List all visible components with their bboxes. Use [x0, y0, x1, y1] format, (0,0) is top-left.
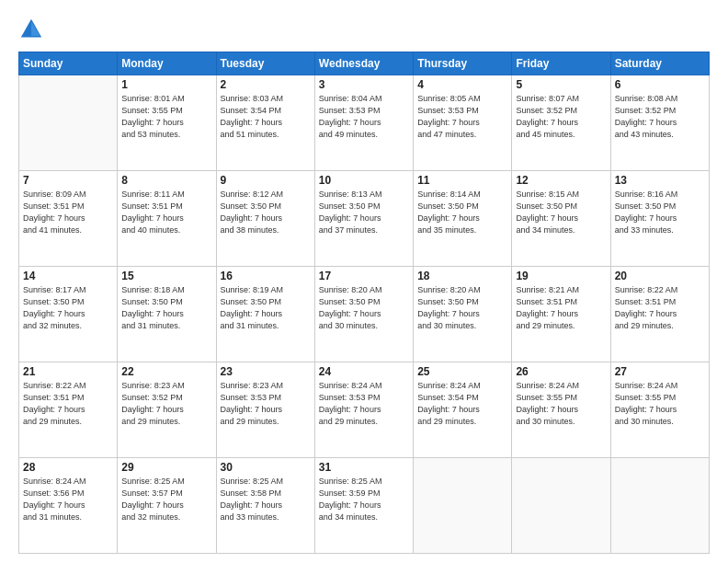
- day-number: 20: [615, 270, 705, 282]
- weekday-monday: Monday: [118, 52, 216, 75]
- calendar-cell: 2Sunrise: 8:03 AM Sunset: 3:54 PM Daylig…: [216, 75, 314, 171]
- calendar-week-row: 14Sunrise: 8:17 AM Sunset: 3:50 PM Dayli…: [19, 267, 710, 362]
- day-number: 26: [516, 365, 606, 378]
- day-info: Sunrise: 8:24 AM Sunset: 3:55 PM Dayligh…: [615, 380, 705, 428]
- calendar-cell: 4Sunrise: 8:05 AM Sunset: 3:53 PM Daylig…: [414, 75, 512, 171]
- day-number: 8: [121, 174, 211, 187]
- day-number: 2: [221, 78, 311, 91]
- day-info: Sunrise: 8:11 AM Sunset: 3:51 PM Dayligh…: [121, 189, 211, 236]
- weekday-saturday: Saturday: [610, 52, 709, 75]
- day-info: Sunrise: 8:24 AM Sunset: 3:55 PM Dayligh…: [516, 380, 606, 428]
- day-number: 18: [417, 270, 507, 282]
- calendar-cell: 17Sunrise: 8:20 AM Sunset: 3:50 PM Dayli…: [314, 267, 413, 362]
- day-info: Sunrise: 8:20 AM Sunset: 3:50 PM Dayligh…: [319, 284, 409, 332]
- calendar-cell: 29Sunrise: 8:25 AM Sunset: 3:57 PM Dayli…: [118, 458, 216, 554]
- day-number: 16: [221, 270, 311, 282]
- day-info: Sunrise: 8:18 AM Sunset: 3:50 PM Dayligh…: [121, 284, 211, 332]
- day-number: 14: [23, 270, 113, 282]
- calendar-week-row: 1Sunrise: 8:01 AM Sunset: 3:55 PM Daylig…: [19, 75, 710, 171]
- day-number: 10: [319, 174, 409, 187]
- day-info: Sunrise: 8:20 AM Sunset: 3:50 PM Dayligh…: [417, 284, 507, 332]
- calendar-cell: 5Sunrise: 8:07 AM Sunset: 3:52 PM Daylig…: [512, 75, 610, 171]
- logo: [18, 17, 48, 42]
- calendar-cell: 23Sunrise: 8:23 AM Sunset: 3:53 PM Dayli…: [216, 362, 314, 458]
- day-info: Sunrise: 8:23 AM Sunset: 3:53 PM Dayligh…: [221, 380, 311, 428]
- weekday-header-row: SundayMondayTuesdayWednesdayThursdayFrid…: [19, 52, 710, 75]
- day-info: Sunrise: 8:22 AM Sunset: 3:51 PM Dayligh…: [615, 284, 705, 332]
- day-number: 3: [319, 78, 409, 91]
- calendar-week-row: 28Sunrise: 8:24 AM Sunset: 3:56 PM Dayli…: [19, 458, 710, 554]
- day-info: Sunrise: 8:09 AM Sunset: 3:51 PM Dayligh…: [23, 189, 113, 236]
- day-number: 1: [121, 78, 211, 91]
- day-number: 4: [417, 78, 507, 91]
- calendar-cell: [512, 458, 610, 554]
- calendar-cell: 15Sunrise: 8:18 AM Sunset: 3:50 PM Dayli…: [118, 267, 216, 362]
- calendar-cell: 11Sunrise: 8:14 AM Sunset: 3:50 PM Dayli…: [414, 171, 512, 267]
- day-info: Sunrise: 8:05 AM Sunset: 3:53 PM Dayligh…: [417, 93, 507, 141]
- day-info: Sunrise: 8:12 AM Sunset: 3:50 PM Dayligh…: [221, 189, 311, 236]
- calendar-cell: [19, 75, 118, 171]
- day-info: Sunrise: 8:15 AM Sunset: 3:50 PM Dayligh…: [516, 189, 606, 236]
- calendar-cell: 8Sunrise: 8:11 AM Sunset: 3:51 PM Daylig…: [118, 171, 216, 267]
- day-number: 23: [221, 365, 311, 378]
- day-info: Sunrise: 8:22 AM Sunset: 3:51 PM Dayligh…: [23, 380, 113, 428]
- day-number: 25: [417, 365, 507, 378]
- day-number: 19: [516, 270, 606, 282]
- day-info: Sunrise: 8:21 AM Sunset: 3:51 PM Dayligh…: [516, 284, 606, 332]
- day-number: 28: [23, 461, 113, 474]
- weekday-friday: Friday: [512, 52, 610, 75]
- calendar-cell: 3Sunrise: 8:04 AM Sunset: 3:53 PM Daylig…: [314, 75, 413, 171]
- calendar-cell: 9Sunrise: 8:12 AM Sunset: 3:50 PM Daylig…: [216, 171, 314, 267]
- day-info: Sunrise: 8:17 AM Sunset: 3:50 PM Dayligh…: [23, 284, 113, 332]
- day-info: Sunrise: 8:08 AM Sunset: 3:52 PM Dayligh…: [615, 93, 705, 141]
- day-info: Sunrise: 8:07 AM Sunset: 3:52 PM Dayligh…: [516, 93, 606, 141]
- calendar-cell: [414, 458, 512, 554]
- day-info: Sunrise: 8:16 AM Sunset: 3:50 PM Dayligh…: [615, 189, 705, 236]
- day-info: Sunrise: 8:14 AM Sunset: 3:50 PM Dayligh…: [417, 189, 507, 236]
- day-info: Sunrise: 8:24 AM Sunset: 3:56 PM Dayligh…: [23, 476, 113, 523]
- day-info: Sunrise: 8:25 AM Sunset: 3:57 PM Dayligh…: [121, 476, 211, 523]
- day-number: 5: [516, 78, 606, 91]
- calendar-cell: 28Sunrise: 8:24 AM Sunset: 3:56 PM Dayli…: [19, 458, 118, 554]
- day-info: Sunrise: 8:24 AM Sunset: 3:54 PM Dayligh…: [417, 380, 507, 428]
- calendar-cell: 24Sunrise: 8:24 AM Sunset: 3:53 PM Dayli…: [314, 362, 413, 458]
- day-number: 12: [516, 174, 606, 187]
- calendar-cell: 27Sunrise: 8:24 AM Sunset: 3:55 PM Dayli…: [610, 362, 709, 458]
- calendar-cell: 1Sunrise: 8:01 AM Sunset: 3:55 PM Daylig…: [118, 75, 216, 171]
- day-info: Sunrise: 8:25 AM Sunset: 3:58 PM Dayligh…: [221, 476, 311, 523]
- calendar-cell: 12Sunrise: 8:15 AM Sunset: 3:50 PM Dayli…: [512, 171, 610, 267]
- day-info: Sunrise: 8:24 AM Sunset: 3:53 PM Dayligh…: [319, 380, 409, 428]
- calendar-cell: 7Sunrise: 8:09 AM Sunset: 3:51 PM Daylig…: [19, 171, 118, 267]
- calendar-cell: [610, 458, 709, 554]
- day-number: 13: [615, 174, 705, 187]
- day-info: Sunrise: 8:03 AM Sunset: 3:54 PM Dayligh…: [221, 93, 311, 141]
- day-info: Sunrise: 8:01 AM Sunset: 3:55 PM Dayligh…: [121, 93, 211, 141]
- calendar-cell: 19Sunrise: 8:21 AM Sunset: 3:51 PM Dayli…: [512, 267, 610, 362]
- day-number: 22: [121, 365, 211, 378]
- day-info: Sunrise: 8:23 AM Sunset: 3:52 PM Dayligh…: [121, 380, 211, 428]
- day-info: Sunrise: 8:25 AM Sunset: 3:59 PM Dayligh…: [319, 476, 409, 523]
- calendar-table: SundayMondayTuesdayWednesdayThursdayFrid…: [18, 52, 710, 554]
- page: SundayMondayTuesdayWednesdayThursdayFrid…: [0, 0, 728, 563]
- day-number: 17: [319, 270, 409, 282]
- calendar-cell: 13Sunrise: 8:16 AM Sunset: 3:50 PM Dayli…: [610, 171, 709, 267]
- weekday-thursday: Thursday: [414, 52, 512, 75]
- day-number: 11: [417, 174, 507, 187]
- day-number: 31: [319, 461, 409, 474]
- day-number: 7: [23, 174, 113, 187]
- calendar-cell: 16Sunrise: 8:19 AM Sunset: 3:50 PM Dayli…: [216, 267, 314, 362]
- day-number: 30: [221, 461, 311, 474]
- calendar-cell: 18Sunrise: 8:20 AM Sunset: 3:50 PM Dayli…: [414, 267, 512, 362]
- calendar-cell: 21Sunrise: 8:22 AM Sunset: 3:51 PM Dayli…: [19, 362, 118, 458]
- calendar-cell: 6Sunrise: 8:08 AM Sunset: 3:52 PM Daylig…: [610, 75, 709, 171]
- calendar-cell: 30Sunrise: 8:25 AM Sunset: 3:58 PM Dayli…: [216, 458, 314, 554]
- day-number: 9: [221, 174, 311, 187]
- day-number: 6: [615, 78, 705, 91]
- day-number: 24: [319, 365, 409, 378]
- logo-icon: [18, 17, 44, 42]
- day-number: 21: [23, 365, 113, 378]
- calendar-cell: 22Sunrise: 8:23 AM Sunset: 3:52 PM Dayli…: [118, 362, 216, 458]
- day-number: 15: [121, 270, 211, 282]
- calendar-cell: 20Sunrise: 8:22 AM Sunset: 3:51 PM Dayli…: [610, 267, 709, 362]
- day-info: Sunrise: 8:13 AM Sunset: 3:50 PM Dayligh…: [319, 189, 409, 236]
